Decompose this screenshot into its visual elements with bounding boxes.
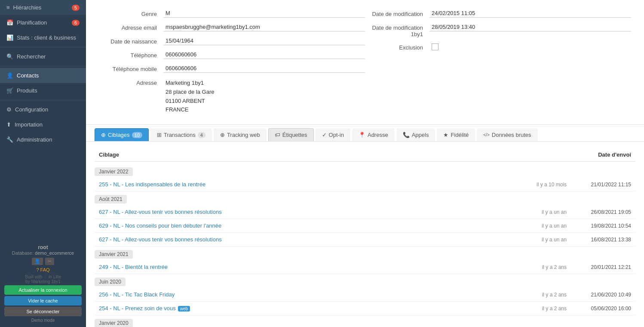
sidebar-item-administration[interactable]: 🔧 Administration — [0, 132, 86, 147]
main-content: Genre M Adresse email mspaesbrugghe@mark… — [86, 0, 644, 327]
appels-tab-icon: 📞 — [403, 132, 410, 138]
sidebar-item-hierarchies[interactable]: ≡ Hiérarchies 5 — [0, 0, 86, 15]
ciblage-relative-date: il y a un an — [515, 223, 567, 229]
tab-appels[interactable]: 📞 Appels — [396, 128, 435, 141]
tab-optin[interactable]: ✓ Opt-in — [316, 128, 350, 141]
deconnecter-button[interactable]: Se déconnecter — [4, 307, 82, 316]
tab-etiquettes[interactable]: 🏷 Étiquettes — [268, 128, 314, 141]
sidebar-item-produits[interactable]: 🛒 Produits — [0, 83, 86, 98]
ciblage-name[interactable]: 629 - NL - Nos conseils pour bien débute… — [99, 222, 515, 229]
ciblage-absolute-date: 21/01/2022 11:15 — [567, 182, 631, 188]
sidebar-item-importation[interactable]: ⬆ Importation — [0, 117, 86, 132]
ciblage-name[interactable]: 255 - NL - Les indispensables de la rent… — [99, 181, 515, 188]
ciblage-id: 249 - NL - Bientôt la rentrée — [99, 264, 168, 270]
date-modif-1by1-label: Date de modification1by1 — [365, 23, 429, 37]
month-group-label: Janvier 2020 — [95, 319, 133, 327]
content-area: Ciblage Date d'envoi Janvier 2022255 - N… — [86, 142, 644, 327]
date-modif-1by1-value: 28/05/2019 13:40 — [429, 23, 631, 31]
tabs-bar: ⊕ Ciblages 10 ⊞ Transactions 4 ⊕ Trackin… — [86, 125, 644, 142]
genre-label: Genre — [99, 9, 163, 17]
sidebar-item-stats[interactable]: 📊 Stats : client & business — [0, 30, 86, 45]
month-group-label: Août 2021 — [95, 195, 127, 204]
tab-ciblages[interactable]: ⊕ Ciblages 10 — [95, 128, 149, 141]
etiquettes-tab-label: Étiquettes — [282, 132, 307, 138]
naissance-label: Date de naissance — [99, 37, 163, 45]
telephone-value: 0606060606 — [163, 50, 365, 59]
adresse-row: Adresse Marketing 1by128 place de la Gar… — [99, 75, 365, 118]
sidebar-item-configuration[interactable]: ⚙ Configuration — [0, 102, 86, 117]
appels-tab-label: Appels — [412, 132, 429, 138]
donnees-tab-icon: </> — [483, 133, 489, 137]
sidebar-divider-1 — [0, 47, 86, 47]
tab-donnees[interactable]: </> Données brutes — [477, 128, 537, 141]
ciblage-id: 255 - NL - Les indispensables de la rent… — [99, 181, 205, 188]
ciblage-name[interactable]: 249 - NL - Bientôt la rentrée — [99, 264, 515, 270]
ciblage-relative-date: il y a un an — [515, 237, 567, 243]
database-info: Database: demo_ecommerce — [4, 250, 82, 256]
ciblage-id: 254 - NL - Prenez soin de vous — [99, 305, 176, 312]
telephone-label: Téléphone — [99, 50, 163, 59]
sidebar-label-stats: Stats : client & business — [17, 34, 76, 41]
sidebar-divider-2 — [0, 66, 86, 66]
sidebar-label-planification: Planification — [17, 19, 47, 26]
transactions-tab-icon: ⊞ — [157, 132, 162, 138]
adresse-tab-label: Adresse — [368, 132, 388, 138]
email-row: Adresse email mspaesbrugghe@marketing1by… — [99, 20, 365, 34]
email-value: mspaesbrugghe@marketing1by1.com — [163, 23, 365, 31]
built-with: Built with ♡ in Lille — [4, 275, 82, 279]
sidebar-label-hierarchies: Hiérarchies — [13, 4, 42, 11]
config-icon: ⚙ — [6, 106, 12, 113]
table-row: 627 - NL - Allez-vous tenir vos bonnes r… — [95, 233, 635, 247]
telephone-row: Téléphone 0606060606 — [99, 48, 365, 62]
adresse-value: Marketing 1by128 place de la Gare01100 A… — [163, 78, 365, 115]
tab-fidelite[interactable]: ★ Fidélité — [437, 128, 475, 141]
ciblage-relative-date: il y a 2 ans — [515, 264, 567, 270]
actualiser-button[interactable]: Actualiser la connexion — [4, 285, 82, 295]
ciblage-id: 256 - NL - Tic Tac Black Friday — [99, 291, 175, 298]
tab-tracking[interactable]: ⊕ Tracking web — [214, 128, 267, 141]
ciblage-absolute-date: 21/06/2020 10:49 — [567, 292, 631, 298]
sidebar-label-produits: Produits — [17, 87, 37, 94]
email-label: Adresse email — [99, 23, 163, 31]
date-modif-1by1-row: Date de modification1by1 28/05/2019 13:4… — [365, 20, 631, 40]
faq-label[interactable]: FAQ — [40, 267, 50, 272]
sidebar-item-rechercher[interactable]: 🔍 Rechercher — [0, 49, 86, 64]
stats-icon: 📊 — [6, 34, 13, 41]
ciblage-name[interactable]: 627 - NL - Allez-vous tenir vos bonnes r… — [99, 236, 515, 243]
date-modif-row: Date de modification 24/02/2015 11:05 — [365, 6, 631, 20]
mobile-row: Téléphone mobile 0606060606 — [99, 62, 365, 75]
month-group-label: Janvier 2021 — [95, 250, 133, 259]
tab-transactions[interactable]: ⊞ Transactions 4 — [150, 128, 212, 141]
ciblage-id: 627 - NL - Allez-vous tenir vos bonnes r… — [99, 209, 222, 215]
by-label: by Marketing 1by1 — [4, 279, 82, 284]
tracking-tab-label: Tracking web — [227, 132, 260, 138]
ciblage-absolute-date: 20/01/2021 12:21 — [567, 264, 631, 270]
ciblage-name[interactable]: 627 - NL - Allez-vous tenir vos bonnes r… — [99, 209, 515, 215]
ciblage-relative-date: il y a 2 ans — [515, 292, 567, 298]
planification-badge: 6 — [72, 20, 80, 26]
sidebar-label-configuration: Configuration — [15, 106, 48, 113]
ciblage-name[interactable]: 254 - NL - Prenez soin de vousweb — [99, 305, 515, 312]
faq-icon: ? — [36, 267, 39, 272]
genre-value: M — [163, 9, 365, 18]
naissance-value: 15/04/1964 — [163, 37, 365, 45]
ciblage-name[interactable]: 256 - NL - Tic Tac Black Friday — [99, 291, 515, 298]
vider-cache-button[interactable]: Vider le cache — [4, 296, 82, 305]
transactions-tab-label: Transactions — [164, 132, 196, 138]
optin-tab-label: Opt-in — [329, 132, 344, 138]
fidelite-tab-label: Fidélité — [451, 132, 469, 138]
tab-adresse[interactable]: 📍 Adresse — [352, 128, 395, 141]
sidebar-label-contacts: Contacts — [17, 72, 39, 79]
date-modif-label: Date de modification — [365, 9, 429, 17]
naissance-row: Date de naissance 15/04/1964 — [99, 34, 365, 48]
sidebar-bottom: root Database: demo_ecommerce 👤 ✂ ? FAQ … — [0, 240, 86, 327]
donnees-tab-label: Données brutes — [492, 132, 531, 138]
adresse-tab-icon: 📍 — [359, 132, 365, 138]
col-ciblage-header: Ciblage — [99, 151, 119, 158]
sidebar-item-planification[interactable]: 📅 Planification 6 — [0, 15, 86, 30]
ciblage-absolute-date: 05/06/2020 16:00 — [567, 305, 631, 312]
sidebar-item-contacts[interactable]: 👤 Contacts — [0, 68, 86, 83]
planification-icon: 📅 — [6, 19, 13, 26]
exclusion-checkbox[interactable] — [432, 43, 439, 50]
database-label: Database: — [12, 250, 34, 256]
